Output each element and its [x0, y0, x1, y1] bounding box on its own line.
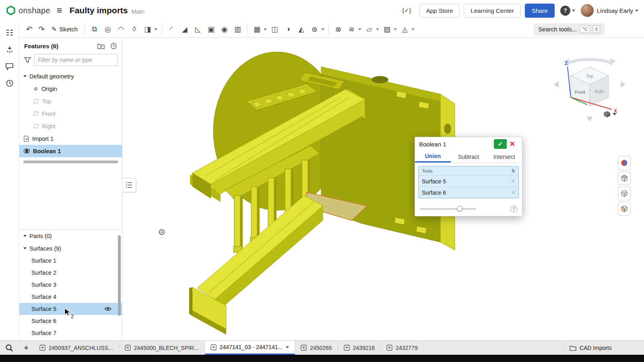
chevron-down-icon[interactable]	[411, 29, 415, 30]
eye-icon[interactable]	[104, 306, 111, 311]
list-item-surface-3[interactable]: Surface 3	[19, 279, 122, 291]
section-view-icon[interactable]	[618, 202, 631, 216]
tree-item-top-plane[interactable]: Top	[19, 95, 122, 107]
app-store-button[interactable]: App Store	[419, 4, 460, 18]
scrollbar[interactable]	[118, 235, 121, 316]
avatar[interactable]	[581, 4, 594, 17]
chamfer-icon[interactable]: ◢	[179, 23, 190, 35]
chevron-down-icon[interactable]	[264, 29, 267, 30]
insert-icon[interactable]	[3, 43, 17, 56]
chevron-down-icon[interactable]	[23, 235, 27, 237]
undo-icon[interactable]: ↶	[23, 25, 35, 34]
list-item-surface-7[interactable]: Surface 7	[19, 327, 122, 339]
workspace-name[interactable]: Main	[132, 6, 145, 15]
graphics-viewport[interactable]: Boolean 1 ✓ × Union Subtract Intersect T…	[122, 38, 644, 340]
offset-surface-icon[interactable]: ≋	[346, 23, 357, 35]
viewcube-top-label[interactable]: Top	[586, 74, 593, 78]
derived-icon[interactable]: ⧉	[89, 23, 100, 35]
surfaces-header[interactable]: Surfaces (9)	[19, 242, 122, 255]
chevron-down-icon[interactable]	[23, 247, 27, 249]
tool-item-surface-5[interactable]: Surface 5 ×	[419, 175, 518, 187]
plane-icon[interactable]: ▱	[363, 23, 375, 35]
help-menu[interactable]: ?	[560, 6, 575, 16]
chevron-down-icon[interactable]	[635, 10, 638, 12]
chevron-down-icon[interactable]	[394, 29, 397, 30]
rollback-history-icon[interactable]	[110, 43, 117, 49]
filter-input[interactable]	[34, 54, 118, 66]
chevron-down-icon[interactable]	[154, 29, 157, 30]
hole-icon[interactable]: ◉	[219, 23, 230, 35]
remove-icon[interactable]: ×	[512, 178, 515, 185]
viewcube-right-label[interactable]: Right	[594, 89, 604, 94]
delete-part-icon[interactable]: ⊗	[332, 23, 344, 35]
sketch-button[interactable]: ✎ Sketch	[47, 25, 82, 33]
revolve-icon[interactable]: ◎	[102, 23, 114, 35]
list-item-surface-4[interactable]: Surface 4	[19, 291, 122, 303]
tab-union[interactable]: Union	[415, 151, 451, 162]
add-tab-button[interactable]: +	[19, 341, 34, 355]
tools-selection-list[interactable]: Tools ⇅ Surface 5 × Surface 6 ×	[418, 166, 519, 198]
cancel-button[interactable]: ×	[507, 139, 518, 149]
user-name[interactable]: Lindsay Early	[597, 7, 633, 14]
panel-flyout-button[interactable]	[122, 178, 136, 192]
tree-item-right-plane[interactable]: Right	[19, 120, 122, 132]
analysis-icon[interactable]: ◬	[399, 23, 411, 35]
featurescript-icon[interactable]: {✓}	[402, 7, 411, 14]
learning-center-button[interactable]: Learning Center	[464, 4, 521, 18]
tool-item-surface-6[interactable]: Surface 6 ×	[419, 187, 518, 198]
tab-search-icon[interactable]	[0, 341, 19, 355]
share-button[interactable]: Share	[525, 4, 555, 18]
help-icon[interactable]: ?	[510, 206, 517, 212]
shaded-view-icon[interactable]	[618, 171, 631, 185]
doc-tab-2[interactable]: 2445000_BLECH_SPIR...	[119, 341, 205, 355]
doc-tab-6[interactable]: 2432779	[381, 341, 424, 355]
tab-intersect[interactable]: Intersect	[486, 151, 522, 162]
draft-icon[interactable]: ◺	[192, 23, 204, 35]
rollback-bar[interactable]	[23, 160, 118, 163]
shell-icon[interactable]: ▣	[205, 23, 217, 35]
tree-item-import-1[interactable]: Import 1	[19, 132, 122, 145]
mirror-icon[interactable]: ◫	[269, 23, 281, 35]
confirm-button[interactable]: ✓	[494, 139, 507, 149]
tree-item-origin[interactable]: Origin	[19, 82, 122, 95]
boundary-surface-icon[interactable]: ▨	[381, 23, 393, 35]
chevron-down-icon[interactable]	[23, 75, 27, 77]
search-tools-button[interactable]: Search tools... ⌥ c	[534, 23, 605, 35]
slider-handle[interactable]	[457, 206, 462, 212]
sort-icon[interactable]: ⇅	[511, 168, 515, 174]
doc-tab-1[interactable]: 2450937_ANSCHLUSS...	[34, 341, 119, 355]
comment-icon[interactable]	[3, 60, 17, 73]
list-item-surface-1[interactable]: Surface 1	[19, 255, 122, 267]
tree-item-boolean-1[interactable]: Boolean 1	[19, 145, 122, 157]
chevron-down-icon[interactable]	[286, 346, 289, 348]
tree-item-front-plane[interactable]: Front	[19, 107, 122, 120]
split-icon[interactable]: ◭	[295, 23, 307, 35]
redo-icon[interactable]: ↷	[35, 25, 47, 34]
viewcube-front-label[interactable]: Front	[575, 90, 585, 95]
tree-item-default-geometry[interactable]: Default geometry	[19, 70, 122, 82]
doc-tab-4[interactable]: 2450265	[295, 341, 338, 355]
rib-icon[interactable]: ▥	[232, 23, 244, 35]
appearance-icon[interactable]	[618, 156, 631, 170]
linear-pattern-icon[interactable]: ▦	[251, 23, 263, 35]
remove-icon[interactable]: ×	[512, 189, 515, 196]
cad-imports-tab[interactable]: CAD Imports	[563, 341, 618, 355]
menu-icon[interactable]: ≡	[57, 5, 62, 16]
add-folder-icon[interactable]	[97, 43, 105, 49]
parts-header[interactable]: Parts (0)	[19, 230, 122, 242]
doc-tab-3-active[interactable]: 2447141_03 - 2447141...	[205, 341, 295, 355]
boolean-icon[interactable]: ◑	[282, 23, 294, 35]
hidden-edges-view-icon[interactable]	[618, 187, 631, 200]
sweep-icon[interactable]: ◠	[115, 23, 127, 35]
chevron-down-icon[interactable]	[358, 29, 361, 30]
view-cube[interactable]: Top Front Right Z X	[551, 45, 628, 125]
doc-tab-5[interactable]: 2439218	[338, 341, 381, 355]
chevron-down-icon[interactable]	[376, 29, 379, 30]
fillet-icon[interactable]: ◜	[165, 23, 177, 35]
history-icon[interactable]	[3, 76, 17, 90]
loft-icon[interactable]: ◊	[128, 23, 140, 35]
onshape-logo[interactable]: onshape	[6, 5, 50, 16]
tab-subtract[interactable]: Subtract	[451, 151, 487, 162]
chevron-down-icon[interactable]	[321, 29, 324, 30]
list-item-surface-2[interactable]: Surface 2	[19, 267, 122, 279]
